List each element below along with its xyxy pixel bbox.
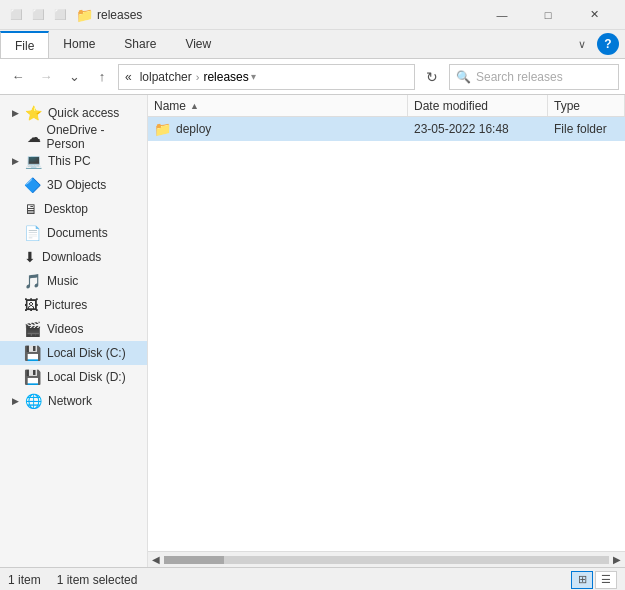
file-list: Name ▲ Date modified Type 📁 deploy 23-05… — [148, 95, 625, 567]
title-bar-controls: — □ ✕ — [479, 0, 617, 30]
close-button[interactable]: ✕ — [571, 0, 617, 30]
title-bar-icon-1: ⬜ — [8, 7, 24, 23]
this-pc-icon: 💻 — [25, 153, 42, 169]
horizontal-scrollbar[interactable]: ◀ ▶ — [148, 551, 625, 567]
sidebar-item-3d-objects[interactable]: 🔷 3D Objects — [0, 173, 147, 197]
forward-button[interactable]: → — [34, 65, 58, 89]
sidebar-item-this-pc[interactable]: ▶ 💻 This PC — [0, 149, 147, 173]
sidebar-item-label: Network — [48, 394, 92, 408]
refresh-button[interactable]: ↻ — [419, 64, 445, 90]
column-header-type[interactable]: Type — [548, 95, 625, 116]
sidebar-item-label: OneDrive - Person — [47, 123, 141, 151]
title-bar-icon-3: ⬜ — [52, 7, 68, 23]
selected-count: 1 item selected — [57, 573, 138, 587]
quick-access-icon: ⭐ — [25, 105, 42, 121]
search-box[interactable]: 🔍 Search releases — [449, 64, 619, 90]
search-placeholder: Search releases — [476, 70, 563, 84]
sidebar-item-music[interactable]: 🎵 Music — [0, 269, 147, 293]
tab-share[interactable]: Share — [110, 30, 171, 58]
sidebar-item-onedrive[interactable]: ☁ OneDrive - Person — [0, 125, 147, 149]
grid-view-button[interactable]: ⊞ — [571, 571, 593, 589]
sidebar-item-label: 3D Objects — [47, 178, 106, 192]
local-disk-c-icon: 💾 — [24, 345, 41, 361]
title-bar-icon-2: ⬜ — [30, 7, 46, 23]
sidebar-item-videos[interactable]: 🎬 Videos — [0, 317, 147, 341]
pictures-icon: 🖼 — [24, 297, 38, 313]
sidebar-item-label: Local Disk (C:) — [47, 346, 126, 360]
address-dropdown-icon: ▾ — [251, 71, 256, 82]
expand-arrow: ▶ — [12, 156, 19, 166]
sidebar-item-label: Videos — [47, 322, 83, 336]
scroll-right-button[interactable]: ▶ — [609, 552, 625, 568]
file-cell-name: 📁 deploy — [148, 117, 408, 141]
column-header-modified[interactable]: Date modified — [408, 95, 548, 116]
minimize-button[interactable]: — — [479, 0, 525, 30]
recent-locations-button[interactable]: ⌄ — [62, 65, 86, 89]
file-list-empty-space — [148, 141, 625, 551]
onedrive-icon: ☁ — [27, 129, 41, 145]
3d-objects-icon: 🔷 — [24, 177, 41, 193]
breadcrumb-lolpatcher: lolpatcher — [140, 70, 192, 84]
documents-icon: 📄 — [24, 225, 41, 241]
ribbon-tabs: File Home Share View ∨ ? — [0, 30, 625, 58]
column-header-name[interactable]: Name ▲ — [148, 95, 408, 116]
search-icon: 🔍 — [456, 70, 471, 84]
up-button[interactable]: ↑ — [90, 65, 114, 89]
file-list-header: Name ▲ Date modified Type — [148, 95, 625, 117]
music-icon: 🎵 — [24, 273, 41, 289]
expand-arrow: ▶ — [12, 108, 19, 118]
sidebar-item-label: Downloads — [42, 250, 101, 264]
ribbon: File Home Share View ∨ ? — [0, 30, 625, 59]
sidebar-item-local-disk-c[interactable]: 💾 Local Disk (C:) — [0, 341, 147, 365]
videos-icon: 🎬 — [24, 321, 41, 337]
sidebar: ▶ ⭐ Quick access ☁ OneDrive - Person ▶ 💻… — [0, 95, 148, 567]
downloads-icon: ⬇ — [24, 249, 36, 265]
sidebar-item-desktop[interactable]: 🖥 Desktop — [0, 197, 147, 221]
sidebar-item-pictures[interactable]: 🖼 Pictures — [0, 293, 147, 317]
network-icon: 🌐 — [25, 393, 42, 409]
view-toggle: ⊞ ☰ — [571, 571, 617, 589]
sidebar-item-documents[interactable]: 📄 Documents — [0, 221, 147, 245]
sidebar-item-local-disk-d[interactable]: 💾 Local Disk (D:) — [0, 365, 147, 389]
list-view-button[interactable]: ☰ — [595, 571, 617, 589]
sort-arrow-name: ▲ — [190, 101, 199, 111]
scroll-left-button[interactable]: ◀ — [148, 552, 164, 568]
scroll-track[interactable] — [164, 556, 609, 564]
sidebar-item-network[interactable]: ▶ 🌐 Network — [0, 389, 147, 413]
address-path[interactable]: « lolpatcher › releases ▾ — [118, 64, 415, 90]
file-cell-modified: 23-05-2022 16:48 — [408, 117, 548, 141]
table-row[interactable]: 📁 deploy 23-05-2022 16:48 File folder — [148, 117, 625, 141]
scroll-thumb[interactable] — [164, 556, 224, 564]
title-bar-title: releases — [97, 8, 479, 22]
ribbon-collapse-button[interactable]: ∨ — [571, 33, 593, 55]
sidebar-item-label: Pictures — [44, 298, 87, 312]
sidebar-item-label: Documents — [47, 226, 108, 240]
tab-file[interactable]: File — [0, 31, 49, 58]
title-bar-folder-icon: 📁 — [76, 7, 93, 23]
sidebar-item-quick-access[interactable]: ▶ ⭐ Quick access — [0, 101, 147, 125]
folder-icon: 📁 — [154, 121, 171, 137]
back-button[interactable]: ← — [6, 65, 30, 89]
sidebar-item-downloads[interactable]: ⬇ Downloads — [0, 245, 147, 269]
ribbon-help-button[interactable]: ? — [597, 33, 619, 55]
tab-view[interactable]: View — [171, 30, 226, 58]
desktop-icon: 🖥 — [24, 201, 38, 217]
breadcrumb-back: « — [125, 70, 132, 84]
breadcrumb-releases: releases — [203, 70, 248, 84]
address-bar: ← → ⌄ ↑ « lolpatcher › releases ▾ ↻ 🔍 Se… — [0, 59, 625, 95]
expand-arrow: ▶ — [12, 396, 19, 406]
ribbon-extra: ∨ ? — [571, 30, 625, 58]
tab-home[interactable]: Home — [49, 30, 110, 58]
sidebar-item-label: This PC — [48, 154, 91, 168]
title-bar: ⬜ ⬜ ⬜ 📁 releases — □ ✕ — [0, 0, 625, 30]
main-content: ▶ ⭐ Quick access ☁ OneDrive - Person ▶ 💻… — [0, 95, 625, 567]
status-bar: 1 item 1 item selected ⊞ ☰ — [0, 567, 625, 590]
item-count: 1 item — [8, 573, 41, 587]
sidebar-item-label: Quick access — [48, 106, 119, 120]
sidebar-item-label: Local Disk (D:) — [47, 370, 126, 384]
maximize-button[interactable]: □ — [525, 0, 571, 30]
breadcrumb-separator: › — [196, 71, 200, 83]
local-disk-d-icon: 💾 — [24, 369, 41, 385]
sidebar-item-label: Desktop — [44, 202, 88, 216]
sidebar-item-label: Music — [47, 274, 78, 288]
